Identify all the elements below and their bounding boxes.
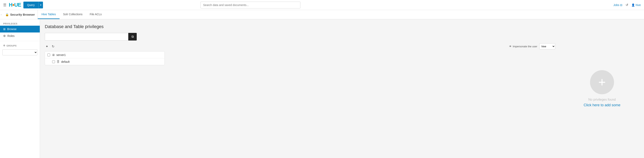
sidebar: PRIVILEGES ⊞ Browse ⚙ Roles ⚙ GROUPS bbox=[0, 19, 40, 158]
top-navbar: ☰ H•UE Query ▾ Jobs ⊟ ↺ 👤 hive bbox=[0, 0, 644, 10]
sidebar-browse-label: Browse bbox=[7, 28, 16, 31]
subnav-brand: 🔒 Security Browser bbox=[2, 10, 38, 19]
default-checkbox[interactable] bbox=[52, 60, 55, 63]
query-btn-group: Query ▾ bbox=[24, 2, 43, 9]
sidebar-groups-title: ⚙ GROUPS bbox=[0, 43, 40, 48]
right-panel: + No privileges found Click here to add … bbox=[560, 19, 644, 158]
browse-icon: ⊞ bbox=[3, 28, 6, 31]
groups-icon: ⚙ bbox=[3, 44, 6, 47]
toolbar-row: ✦ ↻ 👁 Impersonate the user hive bbox=[45, 43, 555, 49]
server1-checkbox[interactable] bbox=[47, 53, 50, 56]
jobs-label: Jobs bbox=[614, 4, 620, 7]
navbar-right: Jobs ⊟ ↺ 👤 hive bbox=[614, 3, 641, 7]
sidebar-groups-select[interactable] bbox=[2, 49, 38, 55]
add-some-link[interactable]: Click here to add some bbox=[584, 103, 620, 107]
refresh-button[interactable]: ↻ bbox=[51, 44, 55, 49]
search-row: ⧉ bbox=[45, 33, 555, 40]
hamburger-icon[interactable]: ☰ bbox=[3, 3, 6, 7]
sidebar-item-browse[interactable]: ⊞ Browse bbox=[0, 26, 40, 33]
username-label: hive bbox=[636, 4, 641, 7]
subnav-back-arrow[interactable]: › bbox=[1, 13, 2, 16]
pin-button[interactable]: ✦ bbox=[45, 44, 49, 49]
tree-row-server1: 🖥 server1 bbox=[45, 51, 164, 58]
no-privileges-text: No privileges found bbox=[588, 98, 616, 102]
user-icon: 👤 bbox=[632, 4, 635, 7]
sidebar-privileges-title: PRIVILEGES bbox=[0, 21, 40, 26]
sidebar-roles-label: Roles bbox=[8, 34, 14, 38]
jobs-link[interactable]: Jobs ⊟ bbox=[614, 4, 622, 7]
query-button[interactable]: Query bbox=[24, 2, 38, 9]
roles-icon: ⚙ bbox=[3, 34, 6, 38]
jobs-filter-icon: ⊟ bbox=[620, 4, 622, 7]
impersonate-label: 👁 Impersonate the user bbox=[509, 45, 537, 48]
query-dropdown-button[interactable]: ▾ bbox=[38, 2, 43, 9]
subnav-brand-label: Security Browser bbox=[10, 13, 35, 16]
lock-icon: 🔒 bbox=[5, 13, 9, 17]
add-plus-icon: + bbox=[598, 76, 606, 89]
global-search-input[interactable] bbox=[200, 2, 300, 9]
privilege-search-input[interactable] bbox=[45, 33, 128, 40]
server-icon: 🖥 bbox=[52, 53, 55, 56]
external-link-icon: ⧉ bbox=[132, 35, 134, 39]
database-icon: 🗄 bbox=[56, 60, 60, 63]
user-menu[interactable]: 👤 hive bbox=[632, 4, 641, 7]
navbar-search bbox=[200, 2, 300, 9]
tab-file-acls[interactable]: File ACLs bbox=[86, 10, 105, 19]
privilege-search-wrap: ⧉ bbox=[45, 33, 137, 40]
refresh-icon: ↻ bbox=[52, 45, 54, 48]
history-icon[interactable]: ↺ bbox=[626, 3, 628, 7]
sidebar-groups-select-wrap bbox=[0, 48, 40, 57]
subnav: › 🔒 Security Browser Hive Tables Solr Co… bbox=[0, 10, 644, 19]
pin-icon: ✦ bbox=[46, 45, 48, 48]
logo: H•UE bbox=[9, 2, 21, 8]
page-title: Database and Table privileges bbox=[45, 24, 555, 29]
tab-solr-collections[interactable]: Solr Collections bbox=[60, 10, 86, 19]
sidebar-divider bbox=[0, 41, 40, 41]
tree-table: 🖥 server1 🗄 default bbox=[45, 51, 165, 65]
tab-hive-tables[interactable]: Hive Tables bbox=[38, 10, 59, 19]
main-content: Database and Table privileges ⧉ ✦ ↻ 👁 Im… bbox=[40, 19, 560, 158]
main-layout: PRIVILEGES ⊞ Browse ⚙ Roles ⚙ GROUPS Dat… bbox=[0, 19, 644, 158]
sidebar-item-roles[interactable]: ⚙ Roles bbox=[0, 33, 40, 39]
add-circle[interactable]: + bbox=[590, 70, 614, 94]
tree-row-default: 🗄 default bbox=[45, 58, 164, 65]
default-label: default bbox=[61, 60, 70, 63]
subnav-tabs: Hive Tables Solr Collections File ACLs bbox=[38, 10, 105, 19]
impersonate-select[interactable]: hive bbox=[539, 43, 555, 49]
search-go-button[interactable]: ⧉ bbox=[128, 33, 137, 40]
server1-label: server1 bbox=[56, 53, 66, 56]
eye-icon: 👁 bbox=[509, 45, 512, 48]
